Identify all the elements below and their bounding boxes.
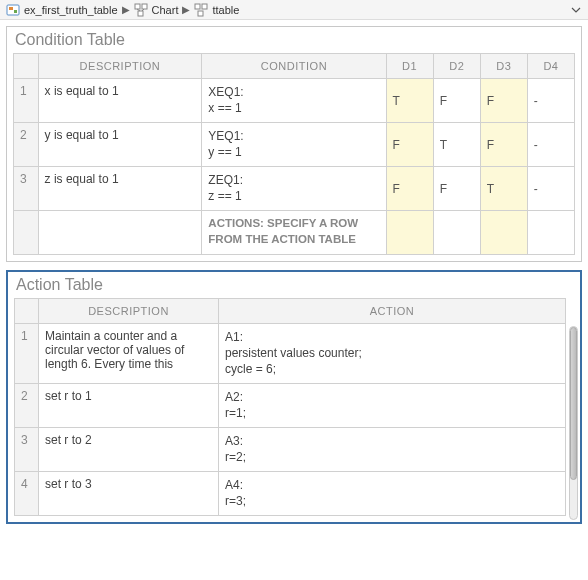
row-number [14,211,39,255]
svg-rect-1 [9,7,13,10]
condition-title: Condition Table [7,27,581,53]
action-code-cell[interactable]: A4:r=3; [219,471,566,515]
action-row: 3set r to 2A3:r=2; [15,427,566,471]
action-desc-cell[interactable]: set r to 1 [39,383,219,427]
actions-label-cell: ACTIONS: SPECIFY A ROW FROM THE ACTION T… [202,211,386,255]
decision-cell[interactable]: F [386,123,433,167]
crumb-sep-2: ▶ [182,4,190,15]
breadcrumb-dropdown-icon[interactable] [570,4,582,16]
crumb-chart[interactable]: Chart [134,3,179,17]
decision-cell[interactable]: F [433,79,480,123]
condition-desc-cell[interactable]: y is equal to 1 [38,123,202,167]
crumb-model-label: ex_first_truth_table [24,4,118,16]
model-icon [6,3,20,17]
svg-rect-5 [138,11,143,16]
svg-rect-3 [135,4,140,9]
condition-code-cell[interactable]: YEQ1:y == 1 [202,123,386,167]
crumb-model[interactable]: ex_first_truth_table [6,3,118,17]
decision-cell[interactable]: T [386,79,433,123]
act-col-num-header [15,299,39,324]
row-number: 3 [14,167,39,211]
decision-cell[interactable]: F [433,167,480,211]
action-index-cell[interactable] [386,211,433,255]
condition-panel: Condition Table DESCRIPTION CONDITION D1… [6,26,582,262]
col-d1-header: D1 [386,54,433,79]
svg-rect-4 [142,4,147,9]
col-d3-header: D3 [480,54,527,79]
condition-desc-cell[interactable]: z is equal to 1 [38,167,202,211]
row-number: 1 [15,324,39,384]
col-num-header [14,54,39,79]
action-desc-cell[interactable]: set r to 2 [39,427,219,471]
action-index-cell[interactable] [433,211,480,255]
decision-cell[interactable]: F [480,123,527,167]
row-number: 2 [14,123,39,167]
decision-cell[interactable]: - [527,123,574,167]
crumb-ttable[interactable]: ttable [194,3,239,17]
actions-specifier-row: ACTIONS: SPECIFY A ROW FROM THE ACTION T… [14,211,575,255]
breadcrumb: ex_first_truth_table ▶ Chart ▶ ttable [0,0,588,20]
condition-desc-cell[interactable]: x is equal to 1 [38,79,202,123]
row-number: 3 [15,427,39,471]
crumb-sep-1: ▶ [122,4,130,15]
crumb-ttable-label: ttable [212,4,239,16]
decision-cell[interactable]: - [527,167,574,211]
col-d2-header: D2 [433,54,480,79]
action-panel[interactable]: Action Table DESCRIPTION ACTION 1Maintai… [6,270,582,524]
svg-rect-8 [195,4,200,9]
svg-rect-2 [14,10,17,13]
action-code-cell[interactable]: A1:persistent values counter;cycle = 6; [219,324,566,384]
col-d4-header: D4 [527,54,574,79]
act-col-desc-header: DESCRIPTION [39,299,219,324]
condition-code-cell[interactable]: XEQ1:x == 1 [202,79,386,123]
ttable-icon [194,3,208,17]
action-desc-cell[interactable]: set r to 3 [39,471,219,515]
action-code-cell[interactable]: A3:r=2; [219,427,566,471]
decision-cell[interactable]: T [480,167,527,211]
action-scrollbar[interactable] [569,326,578,520]
act-col-action-header: ACTION [219,299,566,324]
action-row: 1Maintain a counter and a circular vecto… [15,324,566,384]
condition-row: 2y is equal to 1YEQ1:y == 1FTF- [14,123,575,167]
action-table: DESCRIPTION ACTION 1Maintain a counter a… [14,298,566,516]
row-number: 4 [15,471,39,515]
decision-cell[interactable]: F [480,79,527,123]
action-row: 4set r to 3A4:r=3; [15,471,566,515]
col-desc-header: DESCRIPTION [38,54,202,79]
svg-rect-9 [202,4,207,9]
action-code-cell[interactable]: A2:r=1; [219,383,566,427]
condition-table: DESCRIPTION CONDITION D1 D2 D3 D4 1x is … [13,53,575,255]
svg-rect-10 [198,11,203,16]
action-index-cell[interactable] [527,211,574,255]
decision-cell[interactable]: T [433,123,480,167]
condition-code-cell[interactable]: ZEQ1:z == 1 [202,167,386,211]
row-number: 1 [14,79,39,123]
decision-cell[interactable]: - [527,79,574,123]
action-index-cell[interactable] [480,211,527,255]
action-title: Action Table [8,272,580,298]
crumb-chart-label: Chart [152,4,179,16]
condition-row: 3z is equal to 1ZEQ1:z == 1FFT- [14,167,575,211]
row-number: 2 [15,383,39,427]
action-desc-cell[interactable]: Maintain a counter and a circular vector… [39,324,219,384]
condition-row: 1x is equal to 1XEQ1:x == 1TFF- [14,79,575,123]
col-cond-header: CONDITION [202,54,386,79]
action-row: 2set r to 1A2:r=1; [15,383,566,427]
actions-desc-cell [38,211,202,255]
chart-icon [134,3,148,17]
action-scrollbar-thumb[interactable] [570,327,577,480]
decision-cell[interactable]: F [386,167,433,211]
